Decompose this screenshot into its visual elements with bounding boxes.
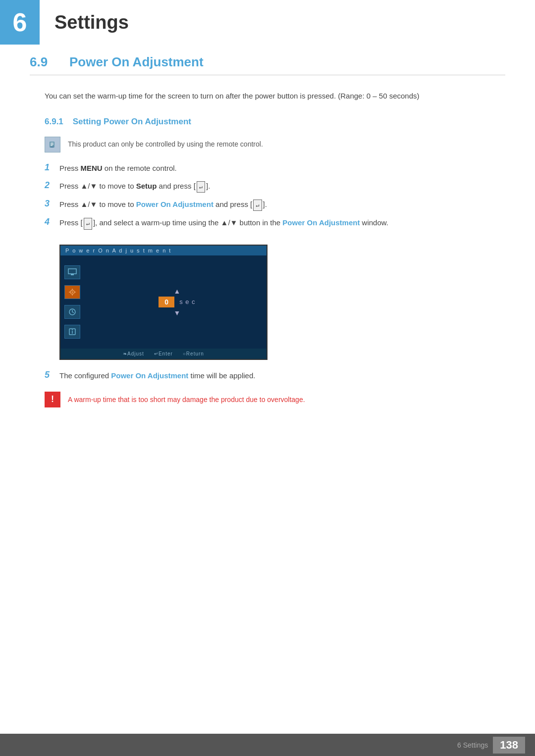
tv-screen-container: P o w e r O n A d j u s t m e n t (59, 245, 268, 360)
tv-title-bar: P o w e r O n A d j u s t m e n t (60, 246, 267, 255)
tv-value-row: 0 s e c (159, 297, 195, 307)
step-3-text: Press ▲/▼ to move to Power On Adjustment… (59, 199, 267, 211)
svg-rect-1 (51, 147, 54, 148)
svg-rect-6 (71, 274, 74, 275)
tv-main-content: ▲ 0 s e c ▼ (88, 260, 267, 344)
step-1-number: 1 (45, 162, 59, 173)
settings-icon (67, 288, 77, 297)
step-4-text: Press [↵], and select a warm-up time usi… (59, 217, 388, 229)
tv-value-column: ▲ 0 s e c ▼ (159, 288, 195, 316)
step-4: 4 Press [↵], and select a warm-up time u… (45, 217, 490, 229)
tv-footer-return: ○Return (183, 351, 204, 356)
tv-screen: P o w e r O n A d j u s t m e n t (59, 245, 268, 360)
step-5-number: 5 (45, 370, 59, 380)
step-3: 3 Press ▲/▼ to move to Power On Adjustme… (45, 199, 490, 211)
svg-rect-5 (68, 269, 76, 274)
svg-point-18 (72, 329, 73, 330)
step-2: 2 Press ▲/▼ to move to Setup and press [… (45, 180, 490, 193)
subsection-number: 6.9.1 (45, 117, 63, 126)
page-footer: 6 Settings 138 (0, 734, 535, 756)
enter-key-icon: ↵ (197, 181, 205, 193)
step-2-text: Press ▲/▼ to move to Setup and press [↵]… (59, 180, 210, 193)
step-1-text: Press MENU on the remote control. (59, 162, 177, 174)
display-icon (67, 268, 77, 277)
tv-sidebar-icon-2 (64, 285, 80, 299)
note-box: This product can only be controlled by u… (30, 137, 505, 152)
tv-footer-adjust: ❧Adjust (123, 351, 144, 356)
down-arrow-icon: ▼ (174, 309, 181, 316)
step-5-container: 5 The configured Power On Adjustment tim… (30, 370, 505, 382)
tv-value-box: 0 (159, 297, 174, 307)
body-paragraph: You can set the warm-up time for the scr… (45, 90, 490, 102)
main-content: 6.9 Power On Adjustment You can set the … (0, 54, 535, 407)
chapter-title: Settings (54, 12, 129, 33)
steps-list: 1 Press MENU on the remote control. 2 Pr… (30, 162, 505, 230)
enter-key-icon-3: ↵ (84, 218, 92, 229)
tv-footer: ❧Adjust ↵Enter ○Return (60, 349, 267, 359)
page-header: 6 Settings (0, 0, 535, 45)
section-number: 6.9 (30, 54, 59, 70)
warning-icon: ! (45, 392, 60, 407)
tv-sidebar (60, 260, 88, 344)
step-1: 1 Press MENU on the remote control. (45, 162, 490, 174)
step-5-text: The configured Power On Adjustment time … (59, 370, 255, 382)
step-4-number: 4 (45, 217, 59, 227)
subsection-heading: 6.9.1 Setting Power On Adjustment (30, 117, 505, 127)
chapter-title-area: Settings (40, 0, 129, 45)
section-title: Power On Adjustment (69, 54, 204, 70)
up-arrow-icon: ▲ (174, 288, 181, 295)
warning-text: A warm-up time that is too short may dam… (68, 392, 305, 405)
enter-key-icon-2: ↵ (253, 200, 262, 211)
footer-section-label: 6 Settings (457, 741, 488, 749)
tv-footer-enter: ↵Enter (154, 351, 173, 356)
note-text: This product can only be controlled by u… (68, 137, 263, 150)
step-3-number: 3 (45, 199, 59, 209)
subsection-title: Setting Power On Adjustment (73, 117, 191, 126)
tv-body: ▲ 0 s e c ▼ (60, 255, 267, 349)
tv-sidebar-icon-4 (64, 325, 80, 339)
step-5: 5 The configured Power On Adjustment tim… (45, 370, 490, 382)
clock-icon (67, 307, 77, 316)
section-body: You can set the warm-up time for the scr… (30, 90, 505, 102)
note-icon (45, 137, 60, 152)
tv-sidebar-icon-1 (64, 265, 80, 279)
tv-sidebar-icon-3 (64, 305, 80, 319)
warning-box: ! A warm-up time that is too short may d… (30, 392, 505, 407)
info-icon (67, 327, 77, 336)
svg-point-8 (72, 291, 73, 293)
tv-unit-label: s e c (179, 298, 195, 305)
step-2-number: 2 (45, 180, 59, 191)
section-heading: 6.9 Power On Adjustment (30, 54, 505, 75)
svg-line-15 (72, 312, 74, 313)
chapter-number: 6 (0, 0, 40, 45)
footer-page-number: 138 (493, 737, 525, 754)
pencil-icon (48, 140, 57, 149)
